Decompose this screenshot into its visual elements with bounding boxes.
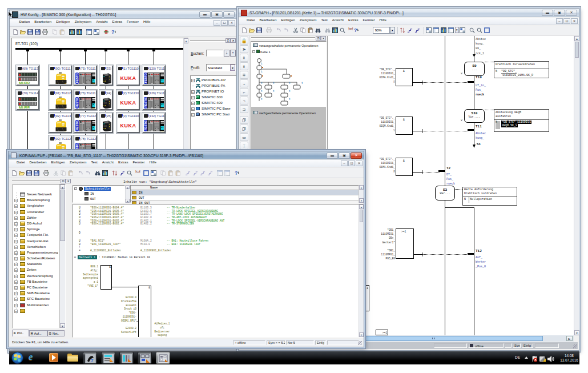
svg-text:t: t (301, 82, 303, 85)
svg-text:t: t (261, 70, 263, 73)
svg-text:t: t (289, 90, 291, 93)
svg-text:t: t (289, 82, 291, 85)
svg-text:t: t (261, 90, 263, 93)
svg-text:t: t (261, 62, 263, 65)
svg-text:t: t (261, 82, 263, 85)
svg-text:7: 7 (91, 358, 94, 363)
svg-text:t: t (273, 82, 275, 85)
svg-text:t: t (289, 98, 291, 101)
svg-text:t: t (273, 90, 275, 93)
svg-text:t: t (261, 98, 263, 101)
